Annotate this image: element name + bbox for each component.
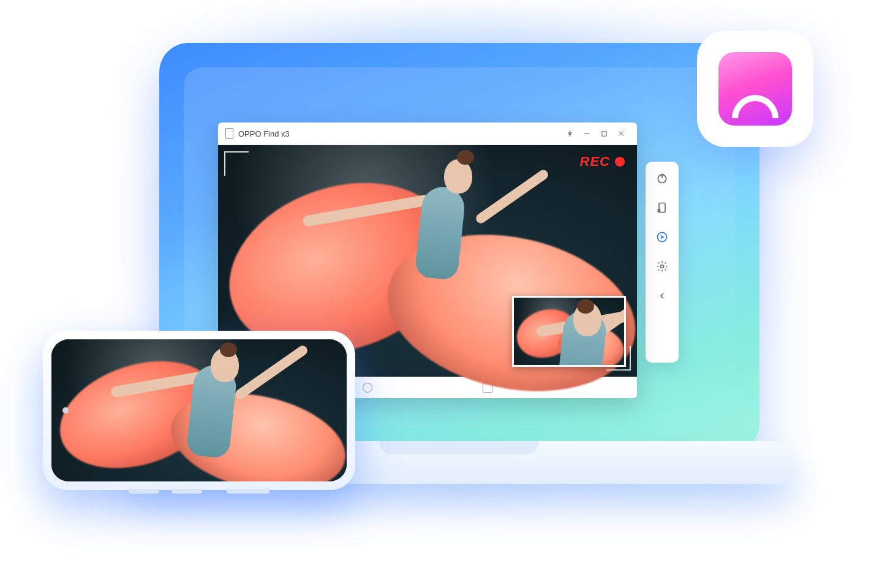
titlebar[interactable]: OPPO Find x3 [218, 123, 637, 145]
window-title: OPPO Find x3 [238, 129, 561, 138]
power-button[interactable] [654, 170, 670, 186]
rec-label: REC [580, 154, 610, 170]
dancer-image [51, 339, 347, 481]
svg-marker-4 [661, 235, 664, 239]
record-button[interactable] [654, 229, 670, 245]
collapse-button[interactable] [654, 288, 670, 304]
rec-dot-icon [615, 157, 625, 167]
phone-device [43, 331, 355, 490]
side-toolbar [646, 162, 679, 363]
app-icon[interactable] [697, 31, 813, 147]
airplay-icon [732, 95, 778, 118]
svg-rect-7 [601, 131, 606, 135]
pin-button[interactable] [561, 125, 578, 142]
screenshot-button[interactable] [654, 200, 670, 216]
frame-corner [224, 151, 249, 176]
phone-side-button [171, 489, 202, 494]
settings-button[interactable] [654, 258, 670, 274]
stage: OPPO Find x3 [0, 0, 893, 588]
app-icon-glyph [718, 52, 792, 126]
laptop-notch [380, 441, 539, 454]
svg-rect-2 [659, 203, 665, 213]
phone-screen[interactable] [51, 339, 347, 481]
svg-point-5 [661, 265, 664, 268]
phone-camera-icon [62, 407, 69, 413]
nav-home-icon[interactable] [363, 383, 372, 393]
rec-indicator: REC [580, 154, 625, 170]
phone-side-button [227, 489, 269, 494]
phone-side-button [129, 489, 159, 494]
close-button[interactable] [612, 125, 630, 142]
picture-in-picture[interactable] [512, 296, 626, 367]
phone-icon [225, 128, 233, 139]
minimize-button[interactable] [578, 125, 595, 142]
maximize-button[interactable] [595, 125, 612, 142]
